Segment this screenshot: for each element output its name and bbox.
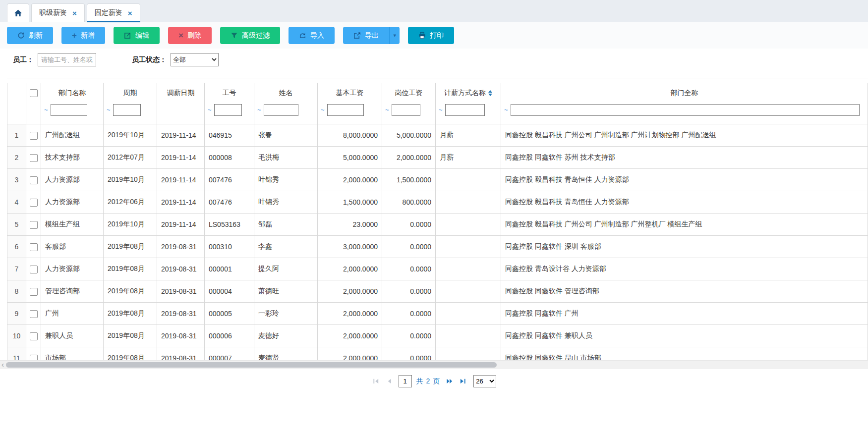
row-checkbox[interactable] [30, 243, 38, 251]
cell-base-salary: 2,000.0000 [318, 280, 382, 303]
cell-pay-method [436, 214, 501, 236]
cell-dept: 人力资源部 [41, 258, 104, 280]
tilde-label: ~ [208, 104, 212, 116]
cell-date: 2019-08-31 [157, 236, 205, 258]
import-button[interactable]: 导入 [289, 27, 335, 44]
column-header-adjust-date[interactable]: 调薪日期 [157, 83, 205, 124]
column-header-post-salary[interactable]: 岗位工资 ~ [382, 83, 436, 124]
edit-button[interactable]: 编辑 [114, 27, 160, 44]
employee-search-input[interactable] [38, 53, 96, 66]
table-row[interactable]: 6 客服部 2019年08月 2019-08-31 000310 李鑫 3,00… [7, 236, 868, 258]
column-header-dept-full[interactable]: 部门全称 ~ [501, 83, 868, 124]
filter-input-pay-method[interactable] [445, 104, 485, 116]
cell-emp-no: 000006 [205, 325, 254, 347]
row-checkbox[interactable] [30, 332, 38, 340]
filter-icon [231, 32, 238, 39]
row-checkbox[interactable] [30, 132, 38, 140]
row-number-header [7, 83, 26, 124]
export-button[interactable]: 导出 [343, 27, 389, 44]
scrollbar-thumb[interactable] [6, 362, 497, 368]
row-checkbox[interactable] [30, 199, 38, 207]
export-dropdown-button[interactable]: ▾ [389, 27, 400, 44]
cell-base-salary: 2,000.0000 [318, 347, 382, 361]
cell-base-salary: 2,000.0000 [318, 169, 382, 191]
column-header-base-salary[interactable]: 基本工资 ~ [318, 83, 382, 124]
filter-input-dept-full[interactable] [511, 104, 860, 116]
cell-name: 叶锦秀 [254, 191, 318, 214]
cell-period: 2012年07月 [104, 147, 157, 169]
filter-input-base-salary[interactable] [327, 104, 364, 116]
cell-post-salary: 0.0000 [382, 258, 436, 280]
row-checkbox[interactable] [30, 176, 38, 184]
filter-input-period[interactable] [113, 104, 141, 116]
table-row[interactable]: 10 兼职人员 2019年08月 2019-08-31 000006 麦德好 2… [7, 325, 868, 347]
employee-status-select[interactable]: 全部 [171, 53, 219, 66]
cell-dept-full: 同鑫控股 青岛设计谷 人力资源部 [501, 258, 868, 280]
print-button[interactable]: 打印 [408, 27, 454, 44]
row-checkbox[interactable] [30, 221, 38, 229]
row-checkbox[interactable] [30, 310, 38, 318]
table-row[interactable]: 5 模组生产组 2019年10月 2019-11-14 LS053163 邹磊 … [7, 214, 868, 236]
delete-button[interactable]: × 删除 [168, 27, 212, 44]
next-page-button[interactable] [445, 377, 454, 386]
cell-emp-no: 007476 [205, 169, 254, 191]
refresh-button[interactable]: 刷新 [7, 27, 53, 44]
column-header-emp-no[interactable]: 工号 ~ [205, 83, 254, 124]
table-row[interactable]: 7 人力资源部 2019年08月 2019-08-31 000001 提久阿 2… [7, 258, 868, 280]
cell-post-salary: 0.0000 [382, 214, 436, 236]
table-row[interactable]: 3 人力资源部 2019年10月 2019-11-14 007476 叶锦秀 2… [7, 169, 868, 191]
column-header-name[interactable]: 姓名 ~ [254, 83, 318, 124]
last-page-button[interactable] [458, 377, 467, 386]
page-size-select[interactable]: 26 [473, 375, 496, 387]
row-number: 11 [7, 347, 26, 361]
cell-dept-full: 同鑫控股 毅昌科技 广州公司 广州制造部 广州计划物控部 广州配送组 [501, 124, 868, 147]
row-checkbox[interactable] [30, 355, 38, 360]
filter-input-name[interactable] [264, 104, 298, 116]
scroll-left-icon[interactable]: ‹ [1, 360, 4, 369]
prev-page-button[interactable] [385, 377, 394, 386]
table-row[interactable]: 9 广州 2019年08月 2019-08-31 000005 一彩玲 2,00… [7, 303, 868, 325]
table-row[interactable]: 4 人力资源部 2012年06月 2019-11-14 007476 叶锦秀 1… [7, 191, 868, 214]
cell-emp-no: 000007 [205, 347, 254, 361]
filter-input-emp-no[interactable] [214, 104, 242, 116]
first-page-button[interactable] [372, 377, 381, 386]
advanced-filter-button[interactable]: 高级过滤 [220, 27, 280, 44]
cell-base-salary: 23.0000 [318, 214, 382, 236]
cell-pay-method [436, 325, 501, 347]
close-icon[interactable]: × [128, 9, 132, 17]
filter-input-dept[interactable] [51, 104, 87, 116]
cell-post-salary: 0.0000 [382, 347, 436, 361]
cell-dept: 广州配送组 [41, 124, 104, 147]
table-row[interactable]: 8 管理咨询部 2019年08月 2019-08-31 000004 萧德旺 2… [7, 280, 868, 303]
page-input[interactable] [399, 375, 412, 387]
column-header-period[interactable]: 周期 ~ [104, 83, 157, 124]
table-row[interactable]: 1 广州配送组 2019年10月 2019-11-14 046915 张春 8,… [7, 124, 868, 147]
tab-home[interactable] [7, 3, 29, 22]
select-all-checkbox[interactable] [30, 89, 38, 97]
table-row[interactable]: 11 市场部 2019年08月 2019-08-31 000007 麦德贤 2,… [7, 347, 868, 361]
cell-pay-method [436, 236, 501, 258]
tab-grade-salary[interactable]: 职级薪资 × [31, 3, 85, 22]
pagination-bar: 共 2 页 26 [0, 369, 868, 394]
row-checkbox[interactable] [30, 266, 38, 273]
sort-icon[interactable] [488, 90, 492, 96]
column-header-dept[interactable]: 部门名称 ~ [41, 83, 104, 124]
row-checkbox[interactable] [30, 288, 38, 296]
add-button[interactable]: + 新增 [61, 27, 105, 44]
tilde-label: ~ [107, 104, 111, 116]
cell-period: 2019年10月 [104, 124, 157, 147]
table-row[interactable]: 2 技术支持部 2012年07月 2019-11-14 000008 毛洪梅 5… [7, 147, 868, 169]
column-header-pay-method[interactable]: 计薪方式名称 ~ [436, 83, 501, 124]
tab-label: 固定薪资 [95, 8, 122, 17]
row-checkbox[interactable] [30, 154, 38, 162]
tab-bar: 职级薪资 × 固定薪资 × [0, 0, 868, 22]
cell-post-salary: 0.0000 [382, 280, 436, 303]
cell-name: 萧德旺 [254, 280, 318, 303]
tilde-label: ~ [44, 104, 48, 116]
cell-dept: 管理咨询部 [41, 280, 104, 303]
cell-name: 麦德贤 [254, 347, 318, 361]
cell-base-salary: 2,000.0000 [318, 325, 382, 347]
close-icon[interactable]: × [72, 9, 77, 17]
filter-input-post-salary[interactable] [392, 104, 420, 116]
tab-fixed-salary[interactable]: 固定薪资 × [87, 3, 140, 22]
